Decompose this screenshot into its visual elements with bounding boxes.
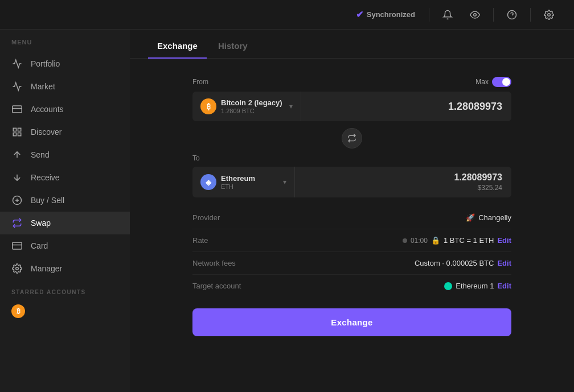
sidebar-item-buysell[interactable]: Buy / Sell bbox=[0, 189, 130, 212]
sync-label: Synchronized bbox=[367, 10, 415, 19]
from-coin-name: Bitcoin 2 (legacy) bbox=[221, 98, 282, 107]
swap-arrows-container bbox=[192, 128, 511, 148]
topbar: ✔ Synchronized bbox=[0, 0, 574, 30]
to-coin-balance: ETH bbox=[221, 183, 276, 190]
topbar-divider bbox=[429, 8, 429, 22]
to-coin-name: Ethereum bbox=[221, 174, 276, 183]
exchange-button[interactable]: Exchange bbox=[192, 308, 511, 336]
send-icon bbox=[11, 149, 23, 160]
discover-icon bbox=[11, 126, 23, 138]
svg-point-0 bbox=[474, 13, 477, 16]
buysell-icon bbox=[11, 195, 23, 206]
svg-rect-4 bbox=[13, 106, 22, 113]
rate-edit-link[interactable]: Edit bbox=[497, 236, 511, 245]
from-chevron-icon: ▾ bbox=[289, 102, 293, 110]
sync-check-icon: ✔ bbox=[356, 9, 363, 20]
sidebar-item-manager[interactable]: Manager bbox=[0, 257, 130, 280]
provider-icon: 🚀 bbox=[466, 213, 475, 222]
max-toggle[interactable]: Max bbox=[475, 77, 511, 87]
to-input-row: ◈ Ethereum ETH ▾ 1.28089973 $325.24 bbox=[192, 167, 511, 197]
main-layout: MENU Portfolio Market bbox=[0, 30, 574, 392]
sidebar-send-label: Send bbox=[31, 150, 50, 159]
bell-button[interactable] bbox=[436, 3, 459, 26]
fees-edit-link[interactable]: Edit bbox=[497, 259, 511, 267]
sidebar-accounts-label: Accounts bbox=[31, 105, 64, 114]
provider-label: Provider bbox=[192, 213, 220, 222]
sidebar-swap-label: Swap bbox=[31, 218, 51, 228]
from-amount[interactable]: 1.28089973 bbox=[301, 92, 511, 121]
eye-icon bbox=[470, 10, 480, 20]
sidebar-item-accounts[interactable]: Accounts bbox=[0, 98, 130, 121]
tab-exchange[interactable]: Exchange bbox=[148, 34, 207, 59]
tabs-bar: Exchange History bbox=[130, 30, 574, 59]
sidebar-item-send[interactable]: Send bbox=[0, 143, 130, 166]
gear-icon bbox=[544, 10, 554, 20]
sidebar-buysell-label: Buy / Sell bbox=[31, 196, 64, 205]
info-rows: Provider 🚀 Changelly Rate 01:00 🔒 1 BTC bbox=[192, 207, 511, 297]
svg-rect-7 bbox=[18, 128, 21, 131]
swap-arrows-icon bbox=[347, 134, 356, 143]
target-value: Ethereum 1 Edit bbox=[444, 282, 511, 290]
portfolio-icon bbox=[11, 58, 23, 69]
rate-row: Rate 01:00 🔒 1 BTC = 1 ETH Edit bbox=[192, 229, 511, 252]
sidebar-item-portfolio[interactable]: Portfolio bbox=[0, 52, 130, 75]
settings-button[interactable] bbox=[538, 3, 560, 26]
sidebar-manager-label: Manager bbox=[31, 264, 62, 273]
exchange-form: From Max ₿ Bitcoin 2 (legacy) 1.2809 BTC… bbox=[192, 77, 511, 336]
fees-row: Network fees Custom · 0.000025 BTC Edit bbox=[192, 252, 511, 275]
sidebar-item-receive[interactable]: Receive bbox=[0, 166, 130, 189]
sidebar-item-market[interactable]: Market bbox=[0, 75, 130, 98]
sidebar-card-label: Card bbox=[31, 241, 48, 250]
from-coin-info: Bitcoin 2 (legacy) 1.2809 BTC bbox=[221, 98, 282, 114]
from-section: From Max bbox=[192, 77, 511, 87]
provider-row: Provider 🚀 Changelly bbox=[192, 207, 511, 229]
to-coin-selector[interactable]: ◈ Ethereum ETH ▾ bbox=[192, 167, 295, 197]
target-dot-icon bbox=[444, 282, 452, 290]
eye-button[interactable] bbox=[464, 3, 486, 26]
sidebar-portfolio-label: Portfolio bbox=[31, 59, 60, 68]
topbar-divider-2 bbox=[493, 8, 494, 22]
target-row: Target account Ethereum 1 Edit bbox=[192, 275, 511, 297]
to-amount-usd: $325.24 bbox=[478, 184, 502, 192]
max-switch[interactable] bbox=[492, 77, 511, 87]
svg-rect-8 bbox=[18, 133, 21, 136]
to-chevron-icon: ▾ bbox=[283, 178, 286, 186]
btc-coin-icon: ₿ bbox=[200, 98, 216, 114]
from-coin-balance: 1.2809 BTC bbox=[221, 108, 282, 114]
from-coin-selector[interactable]: ₿ Bitcoin 2 (legacy) 1.2809 BTC ▾ bbox=[192, 92, 301, 121]
help-button[interactable] bbox=[501, 3, 523, 26]
starred-account-btc[interactable]: ₿ bbox=[0, 300, 130, 323]
help-icon bbox=[507, 10, 517, 20]
to-coin-info: Ethereum ETH bbox=[221, 174, 276, 190]
manager-icon bbox=[11, 263, 23, 274]
from-label: From bbox=[192, 78, 208, 86]
from-input-row: ₿ Bitcoin 2 (legacy) 1.2809 BTC ▾ 1.2808… bbox=[192, 92, 511, 121]
rate-time: 01:00 bbox=[411, 237, 428, 245]
rate-dot-icon bbox=[403, 238, 407, 243]
swap-direction-button[interactable] bbox=[342, 128, 362, 148]
eth-coin-icon: ◈ bbox=[200, 174, 216, 190]
sidebar-discover-label: Discover bbox=[31, 127, 62, 137]
sync-status: ✔ Synchronized bbox=[356, 9, 415, 20]
to-amount: 1.28089973 bbox=[454, 172, 502, 183]
svg-rect-9 bbox=[13, 133, 16, 136]
fees-text: Custom · 0.000025 BTC bbox=[415, 259, 494, 267]
rate-label: Rate bbox=[192, 236, 208, 245]
target-edit-link[interactable]: Edit bbox=[497, 282, 511, 290]
starred-label: STARRED ACCOUNTS bbox=[0, 280, 130, 300]
bell-icon bbox=[442, 10, 453, 20]
sidebar-item-card[interactable]: Card bbox=[0, 234, 130, 257]
rate-text: 1 BTC = 1 ETH bbox=[444, 236, 494, 245]
target-name: Ethereum 1 bbox=[456, 282, 494, 290]
provider-name: Changelly bbox=[478, 213, 511, 222]
svg-rect-6 bbox=[13, 128, 16, 131]
fees-value: Custom · 0.000025 BTC Edit bbox=[415, 259, 511, 267]
sidebar-item-discover[interactable]: Discover bbox=[0, 121, 130, 143]
lock-icon: 🔒 bbox=[431, 236, 440, 245]
swap-icon bbox=[11, 217, 23, 229]
sidebar-market-label: Market bbox=[31, 82, 55, 91]
rate-value: 01:00 🔒 1 BTC = 1 ETH Edit bbox=[403, 236, 511, 245]
tab-history[interactable]: History bbox=[209, 34, 257, 59]
sidebar-item-swap[interactable]: Swap bbox=[0, 212, 130, 234]
card-icon bbox=[11, 240, 23, 251]
